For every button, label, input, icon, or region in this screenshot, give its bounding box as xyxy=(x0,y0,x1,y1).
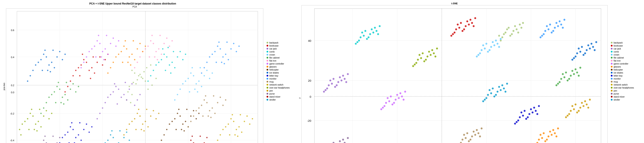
svg-point-283 xyxy=(221,62,222,63)
svg-point-207 xyxy=(174,118,175,119)
pca-subtitle: PCA xyxy=(6,6,263,8)
legend-glasses: glasses xyxy=(266,66,294,68)
svg-point-582 xyxy=(556,135,558,137)
svg-point-265 xyxy=(220,48,221,50)
svg-point-708 xyxy=(586,103,588,105)
svg-point-183 xyxy=(100,56,102,57)
tsne-legend-headphones: over-ear headphones xyxy=(611,87,639,89)
svg-point-124 xyxy=(189,91,190,92)
svg-text:-0.2: -0.2 xyxy=(10,112,14,115)
svg-point-746 xyxy=(496,91,498,93)
tsne-legend-lettertray: letter tray xyxy=(611,75,639,77)
svg-point-701 xyxy=(581,102,583,104)
svg-point-462 xyxy=(462,30,464,32)
svg-point-309 xyxy=(230,118,232,119)
svg-point-164 xyxy=(149,56,150,57)
legend-monitor: monitor xyxy=(266,78,294,80)
legend-crown: crown xyxy=(266,54,294,56)
svg-point-209 xyxy=(177,113,178,114)
svg-point-146 xyxy=(158,48,159,50)
svg-point-473 xyxy=(332,78,334,80)
svg-point-204 xyxy=(122,62,123,63)
svg-point-703 xyxy=(573,108,575,110)
svg-point-91 xyxy=(158,62,159,63)
svg-point-84 xyxy=(114,83,115,84)
svg-point-215 xyxy=(166,129,168,130)
svg-point-88 xyxy=(169,64,170,66)
svg-text:0: 0 xyxy=(310,95,311,98)
svg-point-477 xyxy=(339,76,341,78)
svg-point-176 xyxy=(115,45,116,47)
svg-point-161 xyxy=(151,35,153,36)
svg-point-162 xyxy=(160,35,161,36)
svg-point-217 xyxy=(163,134,165,135)
svg-point-119 xyxy=(174,99,175,100)
svg-point-481 xyxy=(328,84,330,86)
svg-text:-0.4: -0.4 xyxy=(10,139,14,142)
svg-point-113 xyxy=(182,83,184,84)
svg-point-232 xyxy=(56,56,58,57)
svg-point-300 xyxy=(210,117,212,118)
legend-dot-glasses xyxy=(266,66,268,68)
svg-point-120 xyxy=(197,91,198,92)
svg-point-609 xyxy=(576,52,578,54)
svg-point-495 xyxy=(363,35,365,37)
svg-point-487 xyxy=(323,91,325,93)
legend-dot-purse xyxy=(266,93,268,95)
svg-point-190 xyxy=(134,59,135,60)
svg-point-38 xyxy=(147,89,148,90)
svg-point-279 xyxy=(201,72,202,74)
svg-point-635 xyxy=(546,25,548,27)
svg-point-201 xyxy=(124,40,126,41)
svg-point-456 xyxy=(522,22,524,24)
svg-point-535 xyxy=(556,84,558,86)
svg-point-64 xyxy=(79,75,80,76)
svg-text:0.0: 0.0 xyxy=(11,91,14,94)
svg-point-282 xyxy=(226,42,228,43)
svg-point-697 xyxy=(575,103,576,105)
svg-point-606 xyxy=(582,54,584,56)
legend-headphones: over-ear headphones xyxy=(266,87,294,89)
legend-comb: comb xyxy=(266,51,294,53)
svg-point-310 xyxy=(241,131,242,133)
svg-point-80 xyxy=(140,94,141,95)
svg-point-354 xyxy=(126,129,127,130)
svg-point-451 xyxy=(502,37,503,38)
svg-point-348 xyxy=(136,113,138,114)
svg-point-222 xyxy=(186,109,188,110)
svg-point-166 xyxy=(104,48,106,50)
svg-point-522 xyxy=(570,75,572,77)
svg-point-489 xyxy=(364,30,366,32)
svg-point-63 xyxy=(92,56,94,57)
tsne-svg: -40 -20 0 20 40 40 20 0 -20 -40 -60 xyxy=(302,5,608,143)
svg-point-624 xyxy=(532,111,534,113)
svg-point-559 xyxy=(388,100,390,102)
svg-point-607 xyxy=(579,51,581,53)
svg-point-311 xyxy=(225,126,226,127)
legend-dot-filecabinet xyxy=(266,57,268,59)
legend-dot-helicopter xyxy=(266,69,268,71)
svg-point-361 xyxy=(141,129,142,130)
pca-chart-wrapper: pca-two PCA xyxy=(2,6,263,143)
svg-point-632 xyxy=(538,105,540,107)
svg-point-636 xyxy=(552,30,554,32)
svg-point-337 xyxy=(20,134,22,135)
svg-point-77 xyxy=(102,107,103,109)
svg-point-169 xyxy=(96,40,98,41)
svg-point-154 xyxy=(166,38,168,39)
svg-point-250 xyxy=(80,139,82,141)
svg-point-653 xyxy=(473,130,475,132)
svg-point-86 xyxy=(172,62,173,63)
svg-point-758 xyxy=(504,91,506,93)
svg-point-330 xyxy=(40,126,42,127)
svg-point-687 xyxy=(420,57,422,59)
svg-point-83 xyxy=(124,82,126,83)
svg-point-147 xyxy=(147,45,148,47)
svg-point-53 xyxy=(99,56,100,57)
svg-point-760 xyxy=(506,83,508,85)
svg-point-521 xyxy=(565,72,567,74)
svg-point-532 xyxy=(576,72,578,74)
svg-point-570 xyxy=(548,135,549,137)
svg-point-353 xyxy=(153,110,154,111)
svg-point-444 xyxy=(511,33,513,35)
